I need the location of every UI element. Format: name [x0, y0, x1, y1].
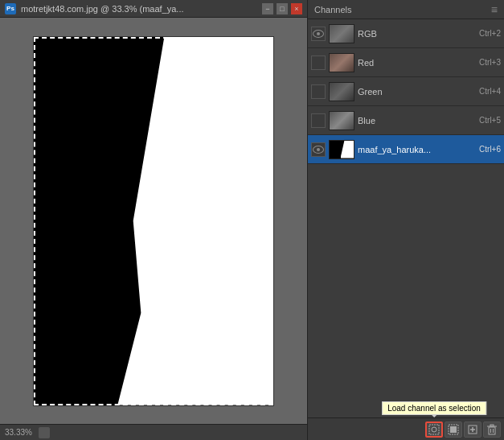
delete-channel-icon	[486, 424, 498, 435]
thumb-image-blue	[330, 112, 354, 130]
svg-rect-9	[490, 425, 494, 426]
canvas	[33, 36, 274, 406]
channel-name-rgb: RGB	[358, 29, 473, 39]
new-channel-icon	[467, 424, 478, 435]
channel-thumb-rgb	[329, 24, 354, 43]
channel-row-blue[interactable]: Blue Ctrl+5	[308, 106, 504, 135]
svg-rect-3	[450, 426, 457, 433]
maximize-button[interactable]: □	[277, 3, 288, 14]
canvas-area	[0, 18, 307, 424]
channel-name-green: Green	[358, 87, 473, 97]
channel-name-blue: Blue	[358, 116, 473, 125]
channel-shortcut-rgb: Ctrl+2	[479, 29, 501, 38]
channel-shortcut-blue: Ctrl+5	[479, 116, 501, 125]
channel-thumb-red	[329, 53, 354, 72]
svg-rect-0	[429, 425, 439, 434]
channel-visibility-rgb[interactable]	[311, 27, 326, 41]
channel-shortcut-red: Ctrl+3	[479, 58, 501, 67]
channel-thumb-blue	[329, 111, 354, 130]
channel-shortcut-mask: Ctrl+6	[479, 145, 501, 154]
load-channel-selection-button[interactable]	[425, 421, 443, 438]
new-channel-button[interactable]	[464, 421, 481, 438]
eye-icon-rgb	[313, 30, 324, 38]
svg-point-1	[432, 427, 436, 432]
channel-visibility-mask[interactable]	[311, 142, 326, 157]
status-bar: 33.33%	[0, 424, 307, 440]
thumb-image-red	[330, 54, 354, 72]
thumb-image-rgb	[330, 25, 354, 43]
status-icon	[39, 427, 50, 438]
channel-row-red[interactable]: Red Ctrl+3	[308, 48, 504, 77]
channel-row-green[interactable]: Green Ctrl+4	[308, 77, 504, 106]
channel-thumb-green	[329, 82, 354, 101]
panel-header: Channels ≡	[308, 0, 504, 19]
panel-toolbar: Load channel as selection	[308, 417, 504, 440]
channel-row-mask[interactable]: maaf_ya_haruka... Ctrl+6	[308, 135, 504, 164]
channels-list: RGB Ctrl+2 Red Ctrl+3 Green Ctrl+4	[308, 19, 504, 417]
main-window: Ps motretjkt48.com.jpg @ 33.3% (maaf_ya.…	[0, 0, 307, 440]
load-selection-container: Load channel as selection	[425, 421, 443, 438]
channel-row-rgb[interactable]: RGB Ctrl+2	[308, 19, 504, 48]
zoom-level: 33.33%	[5, 428, 32, 437]
save-selection-button[interactable]	[445, 421, 462, 438]
panel-title: Channels	[314, 5, 351, 14]
thumb-image-green	[330, 83, 354, 101]
svg-rect-7	[489, 427, 495, 434]
close-button[interactable]: ×	[291, 3, 302, 14]
photoshop-logo: Ps	[5, 3, 16, 14]
channels-panel: Channels ≡ RGB Ctrl+2 Red Ctrl+3	[307, 0, 504, 440]
channel-thumb-mask	[329, 140, 354, 159]
panel-menu-icon[interactable]: ≡	[491, 3, 498, 16]
title-bar: Ps motretjkt48.com.jpg @ 33.3% (maaf_ya.…	[0, 0, 307, 18]
delete-channel-button[interactable]	[483, 421, 501, 438]
load-selection-icon	[428, 424, 440, 435]
save-selection-icon	[448, 424, 459, 435]
channel-visibility-blue[interactable]	[311, 113, 326, 128]
window-title: motretjkt48.com.jpg @ 33.3% (maaf_ya...	[21, 4, 257, 14]
channel-shortcut-green: Ctrl+4	[479, 87, 501, 96]
channel-name-red: Red	[358, 58, 473, 68]
channel-visibility-green[interactable]	[311, 84, 326, 99]
channel-name-mask: maaf_ya_haruka...	[358, 145, 473, 154]
minimize-button[interactable]: −	[262, 3, 273, 14]
channel-visibility-red[interactable]	[311, 56, 326, 70]
eye-icon-mask	[313, 146, 324, 154]
window-controls: − □ ×	[262, 3, 302, 14]
